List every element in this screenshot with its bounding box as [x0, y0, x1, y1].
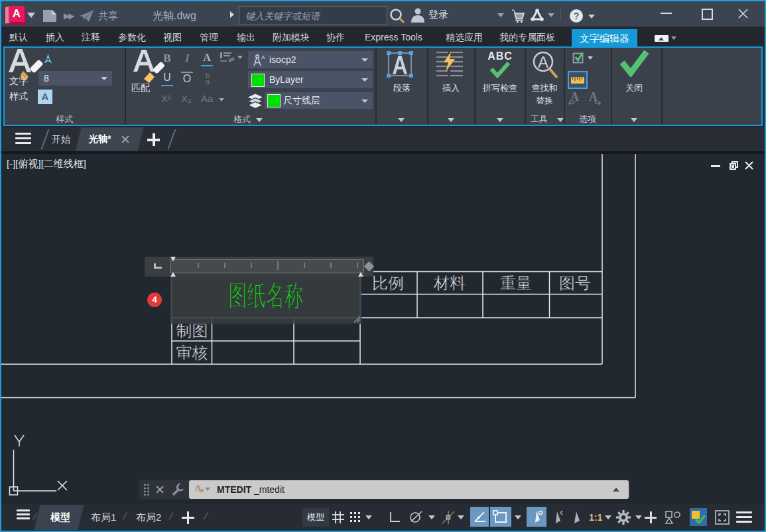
svg-text:A: A — [538, 53, 548, 71]
svg-text:A: A — [261, 54, 265, 60]
